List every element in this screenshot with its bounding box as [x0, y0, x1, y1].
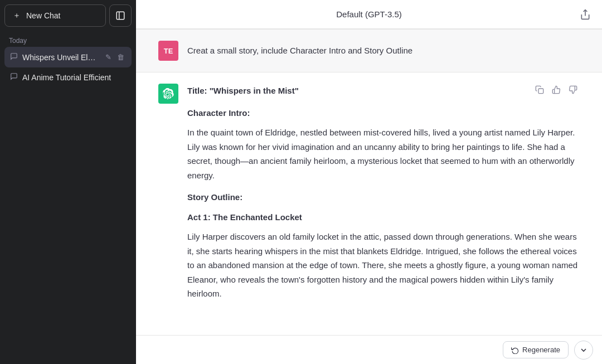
story-title: Title: "Whispers in the Mist" [187, 84, 580, 98]
sidebar-item-chat-1[interactable]: Whispers Unveil Eldrid ✎ 🗑 [4, 47, 132, 67]
chat-item-actions-1: ✎ 🗑 [104, 52, 126, 62]
edit-chat-button-1[interactable]: ✎ [104, 52, 113, 62]
sidebar-item-chat-2[interactable]: AI Anime Tutorial Efficient [4, 67, 132, 87]
sidebar-toggle-icon [115, 11, 125, 21]
svg-rect-3 [538, 89, 543, 94]
act1-body: Lily Harper discovers an old family lock… [187, 230, 580, 301]
chat-icon-2 [10, 72, 18, 82]
model-title: Default (GPT-3.5) [336, 9, 402, 19]
user-message-text: Creat a small story, include Character I… [187, 41, 412, 57]
user-message: TE Creat a small story, include Characte… [136, 29, 602, 72]
chat-icon [10, 52, 18, 62]
story-outline-header: Story Outline: [187, 190, 580, 205]
sidebar: ＋ New Chat Today Whispers Unveil Eldrid … [0, 0, 136, 364]
assistant-message: Title: "Whispers in the Mist" Character … [136, 72, 602, 320]
plus-icon: ＋ [13, 11, 21, 21]
character-intro-body: In the quaint town of Eldridge, nestled … [187, 125, 580, 182]
scroll-down-icon [579, 346, 588, 355]
new-chat-label: New Chat [26, 11, 60, 20]
chat-item-label-1: Whispers Unveil Eldrid [22, 53, 99, 62]
regenerate-icon [511, 346, 519, 354]
sidebar-top-row: ＋ New Chat [4, 4, 132, 27]
delete-chat-button-1[interactable]: 🗑 [115, 52, 126, 62]
copy-icon [535, 85, 544, 94]
main-panel: Default (GPT-3.5) TE Creat a small story… [136, 0, 602, 364]
thumbs-down-icon [569, 85, 577, 94]
assistant-content: Title: "Whispers in the Mist" Character … [187, 84, 580, 309]
regenerate-button[interactable]: Regenerate [503, 341, 569, 358]
assistant-avatar [158, 84, 178, 104]
thumbs-up-button[interactable] [550, 84, 563, 98]
user-avatar: TE [158, 41, 178, 61]
share-icon [580, 9, 591, 20]
messages-container: TE Creat a small story, include Characte… [136, 29, 602, 335]
chat-item-label-2: AI Anime Tutorial Efficient [22, 73, 126, 82]
copy-button[interactable] [533, 84, 546, 98]
openai-icon [163, 88, 174, 99]
scroll-down-button[interactable] [574, 341, 593, 360]
thumbs-down-button[interactable] [566, 84, 580, 98]
today-label: Today [4, 33, 132, 47]
new-chat-button[interactable]: ＋ New Chat [4, 4, 106, 27]
message-actions [533, 84, 580, 98]
share-button[interactable] [580, 9, 591, 20]
thumbs-up-icon [552, 85, 561, 94]
chat-header: Default (GPT-3.5) [136, 0, 602, 29]
svg-rect-0 [116, 12, 124, 20]
act1-header: Act 1: The Enchanted Locket [187, 210, 580, 225]
character-intro-header: Character Intro: [187, 106, 580, 120]
regenerate-label: Regenerate [522, 346, 560, 354]
toggle-sidebar-button[interactable] [109, 4, 132, 27]
bottom-bar: Regenerate [136, 335, 602, 364]
